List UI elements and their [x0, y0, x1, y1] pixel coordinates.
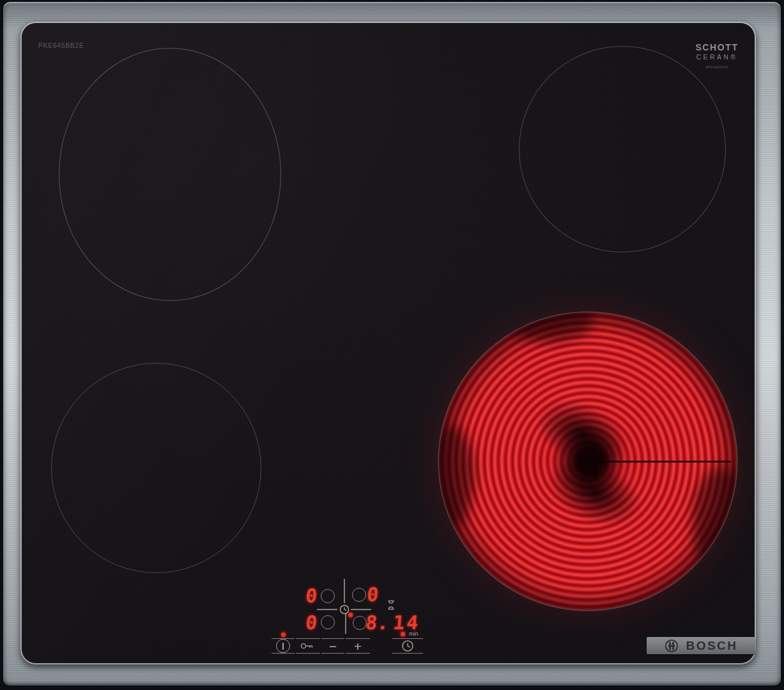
heater-shadow-patch [692, 467, 737, 574]
timer-active-dot [401, 632, 405, 636]
bosch-logo-text: BOSCH [686, 639, 737, 653]
bosch-logo-icon [664, 638, 679, 654]
burner-front-left [51, 363, 261, 573]
heater-shadow-patch [505, 312, 594, 342]
active-zone-indicator-dot [348, 613, 353, 617]
power-button[interactable] [272, 638, 295, 654]
burner-back-right [519, 46, 726, 252]
model-label: PKE645BB2E [38, 42, 84, 49]
plus-button[interactable]: + [346, 638, 370, 654]
schott-ceran-logo: SCHOTT CERAN® 9001600516 [686, 42, 748, 69]
ceramic-glass-surface: PKE645BB2E SCHOTT CERAN® 9001600516 0 0 [22, 23, 755, 663]
display-divider-horizontal-right [351, 609, 371, 610]
power-icon [276, 639, 290, 653]
heater-shadow-patch [439, 425, 475, 526]
timer-button[interactable] [392, 638, 423, 654]
display-divider-vertical-bottom [345, 613, 346, 634]
thermostat-probe-line [588, 461, 731, 463]
minus-icon: − [329, 640, 337, 653]
bosch-badge: BOSCH [647, 637, 755, 654]
key-icon [300, 642, 316, 650]
cooktop-product-photo: PKE645BB2E SCHOTT CERAN® 9001600516 0 0 [0, 0, 784, 690]
display-front-left-level: 0 [305, 613, 318, 632]
display-back-left-level: 0 [305, 586, 318, 606]
display-back-right-level: 0 [366, 585, 380, 604]
minus-button[interactable]: − [321, 638, 344, 654]
display-divider-horizontal-left [317, 609, 337, 610]
zone-select-front-left[interactable] [321, 615, 335, 629]
schott-logo-line1: SCHOTT [686, 42, 748, 52]
burner-back-left [59, 48, 281, 301]
zone-select-back-left[interactable] [321, 589, 335, 603]
display-divider-vertical-top [344, 579, 345, 603]
child-lock-button[interactable] [296, 638, 320, 654]
power-on-indicator-dot [281, 632, 286, 637]
display-front-right-level: 8. [365, 613, 390, 632]
thermostat-probe-head [594, 444, 597, 479]
schott-serial-number: 9001600516 [686, 65, 748, 69]
burner-front-right-heating [439, 312, 737, 610]
plus-icon: + [354, 640, 362, 653]
timer-unit-label: min [409, 631, 419, 637]
zone-select-back-right[interactable] [352, 588, 366, 602]
timer-display: 14 [392, 613, 421, 632]
hourglass-icon [387, 600, 395, 610]
timer-clock-icon [401, 640, 414, 652]
schott-logo-line2: CERAN® [686, 53, 748, 61]
